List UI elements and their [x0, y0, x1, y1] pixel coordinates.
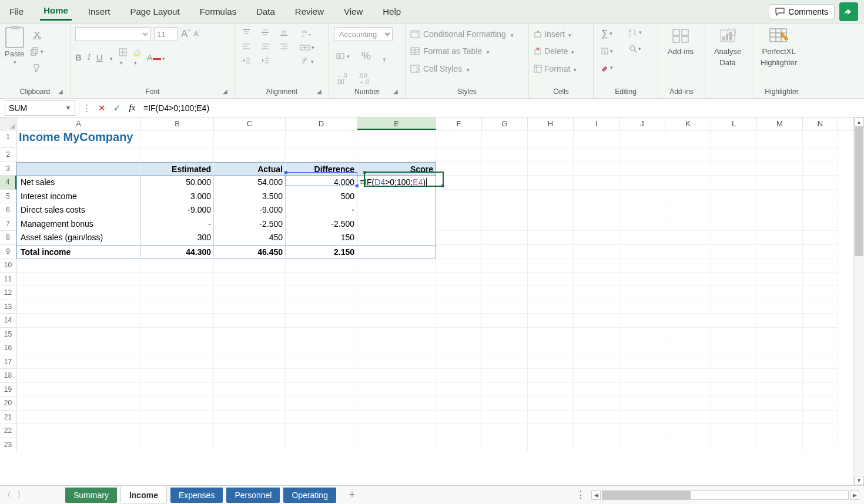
row-header[interactable]: 12 — [0, 286, 16, 300]
row-header[interactable]: 23 — [0, 438, 16, 452]
cell[interactable] — [619, 341, 665, 355]
worksheet-grid[interactable]: A B C D E F G H I J K L M N 1Income MyCo… — [0, 117, 864, 451]
sheet-tab[interactable]: Operating — [283, 488, 336, 503]
cell[interactable] — [574, 424, 619, 438]
cell[interactable] — [757, 176, 803, 190]
cell[interactable]: Actual — [214, 162, 286, 176]
cell[interactable] — [619, 328, 665, 342]
cell[interactable] — [803, 438, 838, 452]
cell[interactable] — [141, 286, 214, 300]
cell[interactable] — [711, 231, 757, 245]
menu-data[interactable]: Data — [253, 4, 279, 19]
cell[interactable] — [574, 130, 619, 148]
cell[interactable] — [665, 411, 711, 425]
cell[interactable] — [436, 231, 482, 245]
cell[interactable] — [711, 130, 757, 148]
cell[interactable] — [286, 369, 357, 383]
cell[interactable] — [803, 231, 838, 245]
col-header-g[interactable]: G — [482, 117, 528, 130]
row-header[interactable]: 1 — [0, 130, 16, 148]
cell[interactable] — [574, 397, 619, 411]
row-header[interactable]: 15 — [0, 328, 16, 342]
cell[interactable] — [574, 231, 619, 245]
cell[interactable] — [574, 162, 619, 176]
cell[interactable] — [528, 190, 574, 204]
cell[interactable] — [357, 411, 436, 425]
cell[interactable] — [214, 328, 286, 342]
col-header-d[interactable]: D — [286, 117, 357, 130]
cell[interactable] — [711, 162, 757, 176]
row-header[interactable]: 22 — [0, 424, 16, 438]
cell[interactable] — [214, 438, 286, 452]
cell[interactable] — [711, 411, 757, 425]
cell[interactable] — [665, 383, 711, 397]
cell[interactable] — [357, 286, 436, 300]
scroll-left-icon[interactable]: ◀ — [591, 490, 601, 500]
find-select-icon[interactable] — [626, 43, 644, 54]
cell[interactable] — [574, 148, 619, 162]
cell[interactable] — [482, 383, 528, 397]
cell[interactable] — [357, 438, 436, 452]
copy-icon[interactable] — [28, 46, 46, 58]
cell[interactable] — [436, 411, 482, 425]
cell[interactable] — [436, 217, 482, 231]
cell[interactable] — [757, 369, 803, 383]
cell[interactable]: -9.000 — [214, 203, 286, 217]
cell[interactable] — [141, 148, 214, 162]
cell[interactable] — [665, 286, 711, 300]
cell[interactable] — [803, 217, 838, 231]
cell[interactable] — [711, 273, 757, 287]
cell[interactable]: Management bonus — [16, 217, 141, 231]
cell[interactable] — [436, 203, 482, 217]
cell[interactable] — [214, 369, 286, 383]
sheet-tab[interactable]: Expenses — [170, 488, 223, 503]
percent-icon[interactable]: % — [359, 49, 373, 63]
cell[interactable] — [574, 314, 619, 328]
cell[interactable] — [286, 314, 357, 328]
cell[interactable] — [757, 162, 803, 176]
vertical-scrollbar[interactable]: ▲ ▼ — [853, 117, 864, 485]
cell[interactable] — [665, 162, 711, 176]
cell[interactable] — [436, 273, 482, 287]
cell[interactable] — [357, 245, 436, 259]
underline-dropdown[interactable] — [109, 52, 113, 62]
cell[interactable] — [141, 300, 214, 314]
cell[interactable] — [357, 300, 436, 314]
cell[interactable] — [482, 300, 528, 314]
cell[interactable] — [574, 341, 619, 355]
cell[interactable] — [528, 314, 574, 328]
cell[interactable] — [16, 328, 141, 342]
autosum-icon[interactable]: ∑ — [598, 27, 615, 40]
cell[interactable] — [574, 176, 619, 190]
cell[interactable] — [528, 328, 574, 342]
cell[interactable] — [619, 438, 665, 452]
cell[interactable] — [286, 397, 357, 411]
cell[interactable] — [757, 397, 803, 411]
cell[interactable] — [214, 130, 286, 148]
cell[interactable] — [711, 217, 757, 231]
cancel-formula-icon[interactable]: ✕ — [94, 103, 109, 113]
col-header-e[interactable]: E — [357, 117, 436, 130]
cell[interactable] — [574, 286, 619, 300]
cell[interactable] — [711, 369, 757, 383]
menu-file[interactable]: File — [6, 4, 27, 19]
cell[interactable] — [357, 328, 436, 342]
comma-icon[interactable]: , — [380, 48, 389, 64]
cell[interactable] — [357, 231, 436, 245]
increase-decimal-icon[interactable]: ←.0.00 — [334, 71, 349, 86]
cell[interactable]: Difference — [286, 162, 357, 176]
cell[interactable] — [757, 190, 803, 204]
increase-indent-icon[interactable] — [259, 55, 272, 66]
cell[interactable] — [711, 148, 757, 162]
cell[interactable] — [16, 397, 141, 411]
fill-icon[interactable] — [598, 46, 615, 56]
cell[interactable] — [482, 273, 528, 287]
cell[interactable] — [803, 130, 838, 148]
confirm-formula-icon[interactable]: ✓ — [109, 103, 125, 113]
cell[interactable] — [711, 355, 757, 369]
col-header-f[interactable]: F — [436, 117, 482, 130]
cell[interactable] — [141, 369, 214, 383]
decrease-decimal-icon[interactable]: .00→.0 — [356, 71, 371, 86]
cell[interactable] — [286, 424, 357, 438]
cell[interactable] — [528, 397, 574, 411]
